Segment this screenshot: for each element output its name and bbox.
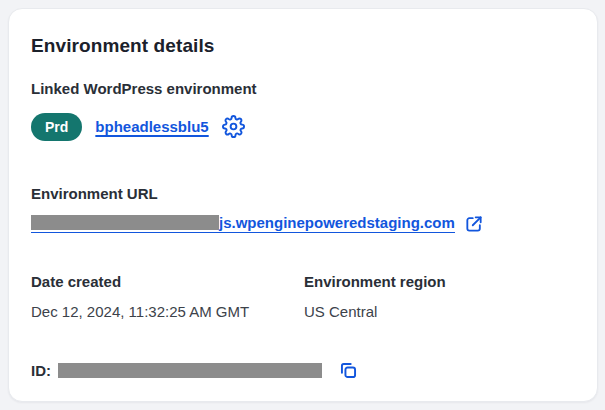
open-url-button[interactable]	[464, 214, 484, 234]
date-created-section: Date created Dec 12, 2024, 11:32:25 AM G…	[31, 273, 304, 321]
gear-icon	[222, 115, 245, 138]
redacted-id-value	[58, 363, 322, 378]
environment-url-link[interactable]: js.wpenginepoweredstaging.com	[31, 215, 455, 233]
linked-environment-row: Prd bpheadlessblu5	[31, 112, 575, 141]
date-created-value: Dec 12, 2024, 11:32:25 AM GMT	[31, 303, 304, 321]
environment-region-section: Environment region US Central	[304, 273, 446, 321]
meta-row: Date created Dec 12, 2024, 11:32:25 AM G…	[31, 273, 575, 321]
linked-environment-label: Linked WordPress environment	[31, 80, 575, 98]
environment-url-row: js.wpenginepoweredstaging.com	[31, 214, 575, 234]
environment-type-badge: Prd	[31, 113, 82, 141]
copy-id-button[interactable]	[338, 360, 359, 381]
environment-details-card: Environment details Linked WordPress env…	[8, 8, 598, 402]
redacted-url-prefix	[31, 215, 219, 230]
environment-url-label: Environment URL	[31, 185, 575, 203]
environment-url-text: js.wpenginepoweredstaging.com	[219, 215, 455, 231]
environment-region-label: Environment region	[304, 273, 446, 291]
id-row: ID:	[31, 359, 575, 381]
environment-name-link[interactable]: bpheadlessblu5	[95, 118, 208, 135]
environment-settings-button[interactable]	[222, 115, 245, 138]
environment-region-value: US Central	[304, 303, 446, 321]
external-link-icon	[464, 214, 484, 234]
id-label: ID:	[31, 362, 51, 379]
page-title: Environment details	[31, 34, 575, 58]
copy-icon	[338, 360, 359, 381]
date-created-label: Date created	[31, 273, 304, 291]
